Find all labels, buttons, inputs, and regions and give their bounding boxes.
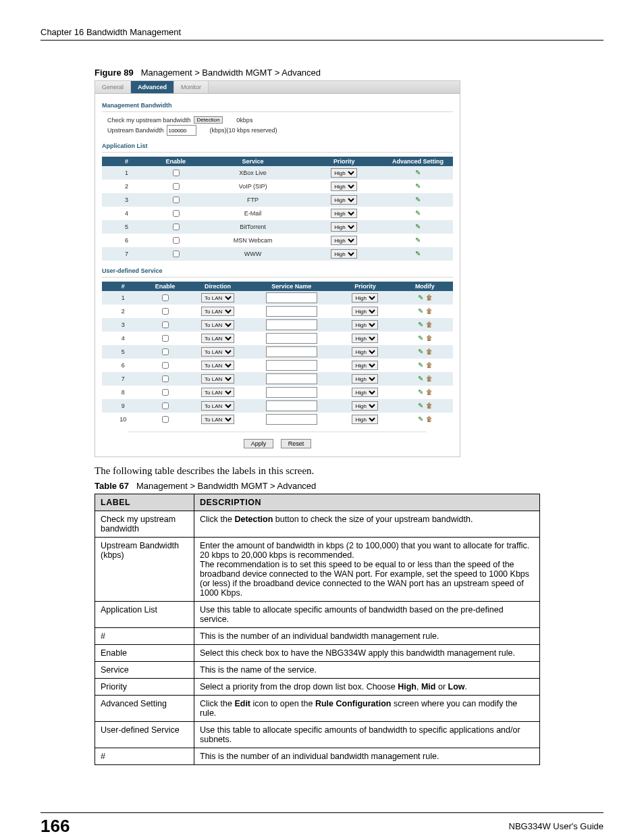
service-name-input[interactable] [266,387,317,398]
edit-icon[interactable]: ✎ [417,335,424,342]
service-name-input[interactable] [266,360,317,371]
direction-select[interactable]: To LAN [201,401,234,411]
cell-num: 3 [102,318,144,332]
enable-checkbox[interactable] [162,321,169,328]
enable-checkbox[interactable] [162,389,169,396]
edit-icon[interactable]: ✎ [417,375,424,382]
ucol-direction: Direction [186,282,250,291]
edit-icon[interactable]: ✎ [417,308,424,315]
enable-checkbox[interactable] [162,375,169,382]
edit-icon[interactable]: ✎ [417,416,424,423]
edit-icon[interactable]: ✎ [417,402,424,409]
enable-checkbox[interactable] [162,335,169,342]
reset-button[interactable]: Reset [281,439,312,448]
detection-button[interactable]: Detection [194,116,223,124]
priority-select[interactable]: High [331,209,357,218]
direction-select[interactable]: To LAN [201,307,234,316]
priority-select[interactable]: High [352,415,378,424]
tab-general[interactable]: General [95,81,131,93]
upstream-bandwidth-input[interactable] [167,125,196,136]
direction-select[interactable]: To LAN [201,293,234,303]
priority-select[interactable]: High [352,320,378,330]
direction-select[interactable]: To LAN [201,415,234,424]
delete-icon[interactable]: 🗑 [426,416,433,423]
delete-icon[interactable]: 🗑 [426,335,433,342]
priority-select[interactable]: High [352,347,378,357]
direction-select[interactable]: To LAN [201,361,234,370]
priority-select[interactable]: High [352,388,378,397]
edit-icon[interactable]: ✎ [414,210,421,217]
priority-select[interactable]: High [352,334,378,343]
desc-row: User-defined ServiceUse this table to al… [95,722,540,748]
page-number: 166 [41,816,70,834]
priority-select[interactable]: High [352,401,378,411]
intro-text: The following table describes the labels… [95,465,603,477]
enable-checkbox[interactable] [162,416,169,423]
edit-icon[interactable]: ✎ [414,183,421,190]
delete-icon[interactable]: 🗑 [426,308,433,315]
edit-icon[interactable]: ✎ [414,170,421,176]
priority-select[interactable]: High [352,293,378,303]
delete-icon[interactable]: 🗑 [426,294,433,301]
app-row: 2VoIP (SIP)High✎ [102,180,453,193]
direction-select[interactable]: To LAN [201,320,234,330]
service-name-input[interactable] [266,414,317,425]
th-label: LABEL [95,494,194,511]
delete-icon[interactable]: 🗑 [426,389,433,396]
service-name-input[interactable] [266,400,317,411]
edit-icon[interactable]: ✎ [414,197,421,203]
enable-checkbox[interactable] [162,402,169,409]
upstream-bandwidth-label: Upstream Bandwidth [107,127,164,134]
enable-checkbox[interactable] [173,224,180,230]
delete-icon[interactable]: 🗑 [426,402,433,409]
priority-select[interactable]: High [331,195,357,205]
edit-icon[interactable]: ✎ [414,251,421,257]
enable-checkbox[interactable] [173,210,180,217]
service-name-input[interactable] [266,306,317,317]
edit-icon[interactable]: ✎ [417,362,424,369]
priority-select[interactable]: High [331,249,357,259]
edit-icon[interactable]: ✎ [414,224,421,230]
enable-checkbox[interactable] [162,348,169,355]
service-name-input[interactable] [266,346,317,357]
service-name-input[interactable] [266,319,317,330]
priority-select[interactable]: High [352,361,378,370]
service-name-input[interactable] [266,292,317,303]
edit-icon[interactable]: ✎ [417,294,424,301]
enable-checkbox[interactable] [162,294,169,301]
delete-icon[interactable]: 🗑 [426,362,433,369]
edit-icon[interactable]: ✎ [414,237,421,244]
enable-checkbox[interactable] [173,251,180,257]
priority-select[interactable]: High [331,222,357,232]
direction-select[interactable]: To LAN [201,388,234,397]
enable-checkbox[interactable] [162,308,169,315]
edit-icon[interactable]: ✎ [417,321,424,328]
table-title: Management > Bandwidth MGMT > Advanced [136,481,316,491]
tab-monitor[interactable]: Monitor [174,81,209,93]
tab-advanced[interactable]: Advanced [131,81,174,93]
edit-icon[interactable]: ✎ [417,389,424,396]
service-name-input[interactable] [266,373,317,384]
enable-checkbox[interactable] [173,197,180,203]
enable-checkbox[interactable] [162,362,169,369]
edit-icon[interactable]: ✎ [417,348,424,355]
delete-icon[interactable]: 🗑 [426,348,433,355]
service-name-input[interactable] [266,333,317,344]
priority-select[interactable]: High [352,374,378,384]
apply-button[interactable]: Apply [244,439,274,448]
user-row: 5To LANHigh✎ 🗑 [102,345,453,359]
enable-checkbox[interactable] [173,237,180,244]
priority-select[interactable]: High [352,307,378,316]
direction-select[interactable]: To LAN [201,334,234,343]
priority-select[interactable]: High [331,182,357,191]
enable-checkbox[interactable] [173,170,180,176]
priority-select[interactable]: High [331,236,357,245]
delete-icon[interactable]: 🗑 [426,321,433,328]
enable-checkbox[interactable] [173,183,180,190]
direction-select[interactable]: To LAN [201,347,234,357]
direction-select[interactable]: To LAN [201,374,234,384]
cell-num: 6 [102,359,144,372]
delete-icon[interactable]: 🗑 [426,375,433,382]
priority-select[interactable]: High [331,168,357,178]
desc-text: Use this table to allocate specific amou… [194,722,540,748]
